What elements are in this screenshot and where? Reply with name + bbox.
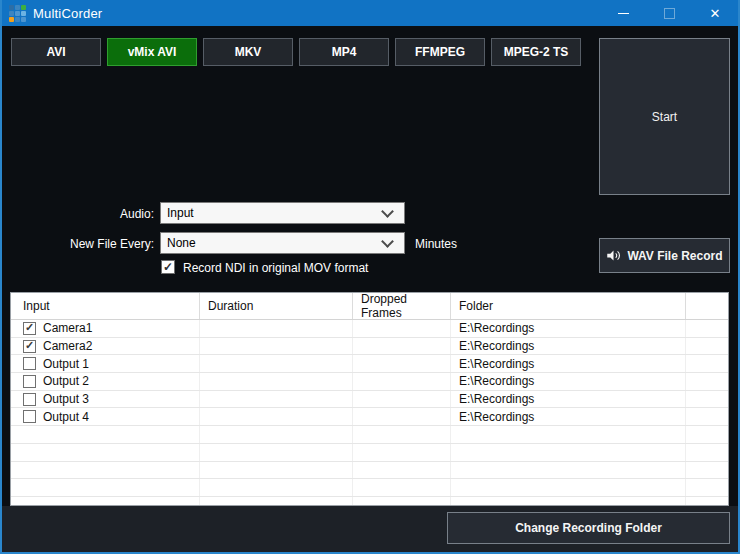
table-row[interactable]: Output 1E:\Recordings [11, 355, 728, 373]
duration-cell [200, 355, 353, 372]
column-header-spacer [686, 293, 728, 319]
input-cell: Output 2 [11, 373, 200, 390]
new-file-every-label: New File Every: [2, 237, 154, 251]
spacer-cell [686, 462, 728, 479]
row-checkbox[interactable] [23, 357, 36, 370]
table-row [11, 444, 728, 462]
multicorder-window: MultiCorder ✕ AVI vMix AVI MKV MP4 FFMPE… [0, 0, 740, 554]
tab-vmix-avi[interactable]: vMix AVI [107, 38, 197, 66]
input-name: Camera2 [43, 339, 92, 353]
wav-file-record-button[interactable]: WAV File Record [599, 238, 730, 273]
minimize-icon [618, 13, 629, 14]
start-button[interactable]: Start [599, 38, 730, 195]
spacer-cell [686, 408, 728, 425]
maximize-button [646, 0, 692, 26]
dropped-frames-cell [353, 408, 451, 425]
tab-mp4[interactable]: MP4 [299, 38, 389, 66]
dropped-frames-cell [353, 373, 451, 390]
window-title: MultiCorder [33, 6, 102, 21]
input-name: Output 3 [43, 392, 89, 406]
row-checkbox[interactable] [23, 393, 36, 406]
table-body: Camera1E:\RecordingsCamera2E:\Recordings… [11, 320, 728, 506]
spacer-cell [686, 391, 728, 408]
input-cell [11, 497, 200, 506]
tab-mpeg2-ts[interactable]: MPEG-2 TS [491, 38, 581, 66]
row-checkbox[interactable] [23, 340, 36, 353]
spacer-cell [686, 355, 728, 372]
column-header-dropped-frames[interactable]: Dropped Frames [353, 293, 451, 319]
table-row[interactable]: Output 3E:\Recordings [11, 391, 728, 409]
close-button[interactable]: ✕ [692, 0, 738, 26]
duration-cell [200, 408, 353, 425]
folder-cell: E:\Recordings [451, 338, 686, 355]
dropped-frames-cell [353, 497, 451, 506]
spacer-cell [686, 426, 728, 443]
table-row[interactable]: Output 2E:\Recordings [11, 373, 728, 391]
folder-cell: E:\Recordings [451, 373, 686, 390]
spacer-cell [686, 444, 728, 461]
duration-cell [200, 426, 353, 443]
column-header-duration[interactable]: Duration [200, 293, 353, 319]
dropped-frames-cell [353, 462, 451, 479]
row-checkbox[interactable] [23, 322, 36, 335]
row-checkbox[interactable] [23, 375, 36, 388]
duration-cell [200, 444, 353, 461]
row-checkbox[interactable] [23, 410, 36, 423]
dropped-frames-cell [353, 444, 451, 461]
input-name: Camera1 [43, 321, 92, 335]
folder-cell [451, 444, 686, 461]
minimize-button[interactable] [600, 0, 646, 26]
input-cell: Camera1 [11, 320, 200, 337]
chevron-down-icon [381, 205, 394, 218]
input-cell: Output 4 [11, 408, 200, 425]
folder-cell: E:\Recordings [451, 355, 686, 372]
recordings-table: Input Duration Dropped Frames Folder Cam… [10, 292, 729, 506]
duration-cell [200, 497, 353, 506]
window-controls: ✕ [600, 0, 738, 26]
folder-cell: E:\Recordings [451, 391, 686, 408]
record-ndi-checkbox[interactable] [161, 260, 175, 274]
dropped-frames-cell [353, 338, 451, 355]
tab-avi[interactable]: AVI [11, 38, 101, 66]
minutes-label: Minutes [415, 237, 457, 251]
new-file-every-select[interactable]: None [160, 232, 405, 254]
dropped-frames-cell [353, 479, 451, 496]
tab-mkv[interactable]: MKV [203, 38, 293, 66]
dropped-frames-cell [353, 355, 451, 372]
dropped-frames-cell [353, 391, 451, 408]
table-row [11, 497, 728, 506]
input-cell [11, 479, 200, 496]
spacer-cell [686, 373, 728, 390]
folder-cell: E:\Recordings [451, 408, 686, 425]
chevron-down-icon [381, 235, 394, 248]
table-row [11, 426, 728, 444]
spacer-cell [686, 479, 728, 496]
spacer-cell [686, 497, 728, 506]
new-file-every-value: None [167, 236, 383, 250]
table-row [11, 462, 728, 480]
close-icon: ✕ [710, 7, 721, 20]
table-row[interactable]: Camera2E:\Recordings [11, 338, 728, 356]
duration-cell [200, 373, 353, 390]
audio-select-value: Input [167, 206, 383, 220]
duration-cell [200, 391, 353, 408]
dropped-frames-cell [353, 320, 451, 337]
main-area: AVI vMix AVI MKV MP4 FFMPEG MPEG-2 TS St… [2, 26, 738, 552]
titlebar: MultiCorder ✕ [2, 0, 738, 26]
column-header-folder[interactable]: Folder [451, 293, 686, 319]
spacer-cell [686, 320, 728, 337]
duration-cell [200, 320, 353, 337]
input-name: Output 2 [43, 374, 89, 388]
change-recording-folder-button[interactable]: Change Recording Folder [447, 512, 730, 544]
tab-ffmpeg[interactable]: FFMPEG [395, 38, 485, 66]
duration-cell [200, 338, 353, 355]
speaker-icon [606, 248, 621, 263]
record-ndi-label[interactable]: Record NDI in original MOV format [183, 261, 368, 275]
table-row[interactable]: Camera1E:\Recordings [11, 320, 728, 338]
audio-label: Audio: [2, 207, 154, 221]
column-header-input[interactable]: Input [11, 293, 200, 319]
audio-select[interactable]: Input [160, 202, 405, 224]
vmix-logo-icon [9, 5, 26, 22]
folder-cell [451, 497, 686, 506]
table-row[interactable]: Output 4E:\Recordings [11, 408, 728, 426]
